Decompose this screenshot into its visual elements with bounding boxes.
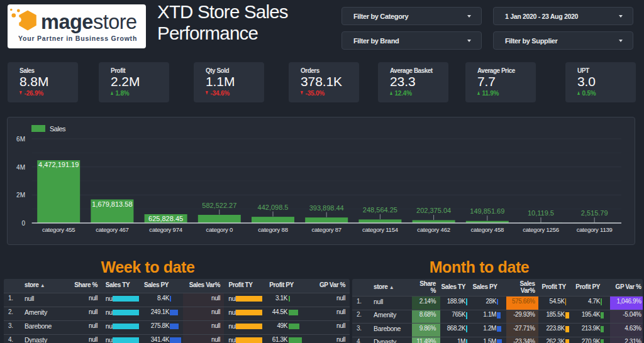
svg-text:2M: 2M [16,192,25,199]
svg-text:248,564.25: 248,564.25 [363,206,397,214]
svg-text:2,515.79: 2,515.79 [581,209,608,217]
svg-text:4,472,191.19: 4,472,191.19 [38,161,79,168]
svg-text:149,851.69: 149,851.69 [470,207,504,215]
svg-text:442,098.5: 442,098.5 [258,204,289,211]
svg-text:category 0: category 0 [206,226,233,233]
svg-text:category 974: category 974 [149,226,182,233]
svg-text:category 87: category 87 [311,226,341,233]
svg-text:category 467: category 467 [96,226,129,233]
svg-text:0: 0 [21,220,25,227]
svg-text:magestore: magestore [41,11,137,33]
svg-text:Your Partner in Business Growt: Your Partner in Business Growth [18,35,137,42]
svg-text:category 88: category 88 [258,226,287,233]
svg-text:582,522.27: 582,522.27 [202,202,236,209]
svg-text:202,375.04: 202,375.04 [416,207,451,214]
svg-text:category 1139: category 1139 [577,226,613,233]
svg-text:Sales: Sales [50,125,66,133]
svg-text:category 458: category 458 [471,226,504,233]
svg-text:category 1154: category 1154 [362,226,398,233]
svg-text:category 455: category 455 [42,226,75,233]
svg-text:category 462: category 462 [417,226,450,233]
svg-text:category 1256: category 1256 [523,226,559,233]
svg-text:4M: 4M [16,164,25,171]
svg-text:625,828.45: 625,828.45 [148,215,183,222]
svg-text:6M: 6M [16,136,25,143]
svg-text:10,119.5: 10,119.5 [528,209,554,217]
svg-text:393,898.44: 393,898.44 [309,204,344,212]
svg-text:1,679,813.58: 1,679,813.58 [92,200,132,208]
